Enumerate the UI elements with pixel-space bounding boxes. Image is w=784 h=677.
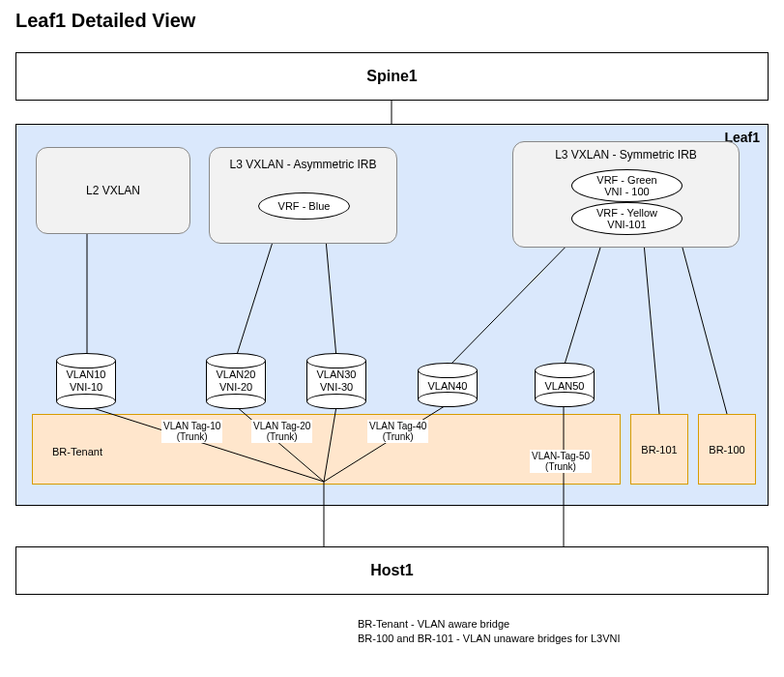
br-100-label: BR-100 — [709, 444, 744, 456]
footnote-block: BR-Tenant - VLAN aware bridge BR-100 and… — [358, 617, 620, 647]
vlan40-cylinder: VLAN40 — [418, 363, 478, 407]
spine-box: Spine1 — [15, 52, 769, 101]
vlan10-cylinder: VLAN10 VNI-10 — [56, 353, 116, 409]
l3-sym-box: L3 VXLAN - Symmetric IRB VRF - Green VNI… — [512, 141, 740, 248]
vlan10-label: VLAN10 VNI-10 — [56, 368, 116, 393]
footnote-line2: BR-100 and BR-101 - VLAN unaware bridges… — [358, 632, 620, 646]
br-tenant-label: BR-Tenant — [52, 446, 102, 457]
vlan40-label: VLAN40 — [418, 380, 478, 393]
vlan20-cylinder: VLAN20 VNI-20 — [206, 353, 266, 409]
vlan-tag-10-label: VLAN Tag-10 (Trunk) — [161, 420, 222, 443]
vlan50-cylinder: VLAN50 — [535, 363, 595, 407]
vrf-blue-ellipse: VRF - Blue — [258, 192, 350, 220]
vrf-green-label: VRF - Green VNI - 100 — [596, 174, 656, 197]
spine-label: Spine1 — [16, 68, 768, 85]
vlan-tag-40-label: VLAN Tag-40 (Trunk) — [367, 420, 428, 443]
host-label: Host1 — [16, 562, 768, 579]
vrf-yellow-label: VRF - Yellow VNI-101 — [596, 207, 657, 230]
br-101-box: BR-101 — [630, 414, 688, 485]
host-box: Host1 — [15, 546, 769, 595]
page-title: Leaf1 Detailed View — [15, 10, 195, 32]
footnote-line1: BR-Tenant - VLAN aware bridge — [358, 617, 620, 632]
l3-sym-label: L3 VXLAN - Symmetric IRB — [513, 142, 739, 162]
vlan-tag-20-label: VLAN Tag-20 (Trunk) — [251, 420, 312, 443]
vlan30-label: VLAN30 VNI-30 — [306, 368, 366, 393]
vrf-green-ellipse: VRF - Green VNI - 100 — [571, 169, 682, 202]
vrf-yellow-ellipse: VRF - Yellow VNI-101 — [571, 202, 682, 235]
vlan50-label: VLAN50 — [535, 380, 595, 393]
vlan30-cylinder: VLAN30 VNI-30 — [306, 353, 366, 409]
br-101-label: BR-101 — [641, 444, 677, 456]
vrf-blue-label: VRF - Blue — [278, 200, 331, 212]
br-100-box: BR-100 — [698, 414, 756, 485]
l3-asym-box: L3 VXLAN - Asymmetric IRB VRF - Blue — [209, 147, 397, 244]
vlan20-label: VLAN20 VNI-20 — [206, 368, 266, 393]
vlan-tag-50-label: VLAN-Tag-50 (Trunk) — [530, 450, 592, 473]
l3-asym-label: L3 VXLAN - Asymmetric IRB — [210, 148, 396, 171]
l2-vxlan-box: L2 VXLAN — [36, 147, 190, 234]
l2-vxlan-label: L2 VXLAN — [86, 184, 140, 197]
